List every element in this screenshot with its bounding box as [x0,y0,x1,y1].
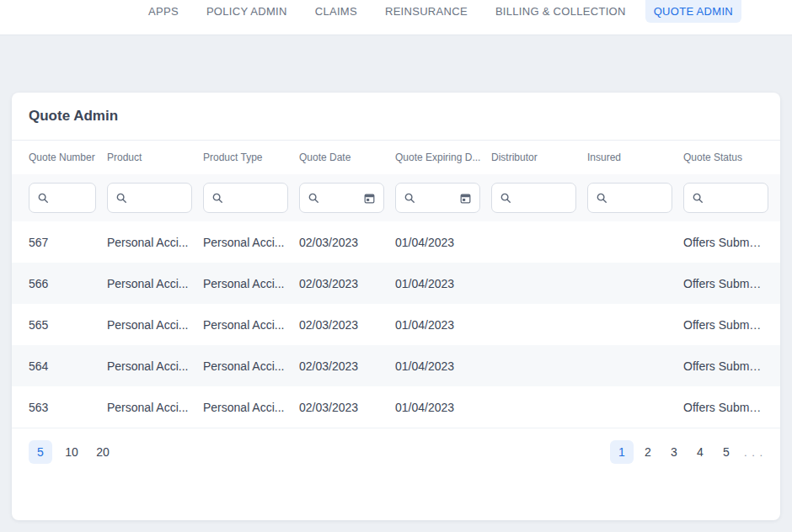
cell-quote-date: 02/03/2023 [299,401,395,414]
page-3-button[interactable]: 3 [662,440,686,464]
nav-item-policy-admin[interactable]: POLICY ADMIN [198,0,296,23]
cell-quote-expiring-date: 01/04/2023 [395,359,491,373]
table-filter-row [12,174,780,221]
filter-input-quote-status[interactable] [709,192,760,205]
column-header-quote-number[interactable]: Quote Number [29,152,107,163]
nav-item-reinsurance[interactable]: REINSURANCE [377,0,476,23]
cell-quote-number: 566 [29,277,107,290]
filter-input-product-type[interactable] [228,192,280,205]
nav-item-claims[interactable]: CLAIMS [307,0,366,23]
table-row[interactable]: 566 Personal Acci... Personal Acci... 02… [12,263,780,304]
column-header-distributor[interactable]: Distributor [491,152,587,163]
cell-quote-date: 02/03/2023 [299,359,395,373]
filter-input-distributor[interactable] [516,192,568,205]
pagination-bar: 5 10 20 1 2 3 4 5 . . . [12,428,780,476]
column-header-product-type[interactable]: Product Type [203,152,299,163]
cell-product-type: Personal Acci... [203,277,299,290]
cell-quote-number: 567 [29,236,107,249]
column-header-quote-expiring-date[interactable]: Quote Expiring D... [395,152,491,163]
table-row[interactable]: 567 Personal Acci... Personal Acci... 02… [12,221,780,263]
cell-quote-status: Offers Submit... [683,236,768,249]
page-5-button[interactable]: 5 [714,440,738,464]
filter-product[interactable] [107,183,192,213]
filter-product-type[interactable] [203,183,288,213]
page-1-button[interactable]: 1 [610,440,634,464]
search-icon [37,192,49,204]
filter-input-product[interactable] [132,192,184,205]
search-icon [500,192,511,204]
cell-quote-number: 565 [29,318,107,332]
cell-quote-number: 564 [29,359,107,373]
cell-quote-expiring-date: 01/04/2023 [395,236,491,249]
cell-quote-expiring-date: 01/04/2023 [395,318,491,332]
page-selector: 1 2 3 4 5 . . . [610,440,767,464]
search-icon [211,192,223,204]
page-size-5-button[interactable]: 5 [29,440,52,464]
top-navigation-bar: APPS POLICY ADMIN CLAIMS REINSURANCE BIL… [0,0,792,35]
filter-quote-number[interactable] [29,183,96,213]
cell-product: Personal Acci... [107,318,203,332]
pages-ellipsis: . . . [741,440,767,464]
cell-product-type: Personal Acci... [203,401,299,414]
cell-product: Personal Acci... [107,236,203,249]
nav-item-quote-admin[interactable]: QUOTE ADMIN [645,0,741,23]
filter-input-quote-expiring-date[interactable] [420,192,454,205]
table-header-row: Quote Number Product Product Type Quote … [12,141,780,174]
cell-quote-expiring-date: 01/04/2023 [395,401,491,414]
cell-quote-date: 02/03/2023 [299,277,395,290]
main-nav: APPS POLICY ADMIN CLAIMS REINSURANCE BIL… [140,0,741,23]
column-header-product[interactable]: Product [107,152,203,163]
search-icon [404,192,415,204]
cell-product-type: Personal Acci... [203,236,299,249]
page-title: Quote Admin [12,93,780,141]
search-icon [596,192,607,204]
cell-quote-number: 563 [29,401,107,414]
column-header-quote-date[interactable]: Quote Date [299,152,395,163]
column-header-insured[interactable]: Insured [587,152,683,163]
cell-product-type: Personal Acci... [203,359,299,373]
page-2-button[interactable]: 2 [636,440,660,464]
cell-product: Personal Acci... [107,277,203,290]
calendar-icon[interactable] [459,192,472,205]
cell-quote-expiring-date: 01/04/2023 [395,277,491,290]
search-icon [692,192,704,204]
filter-distributor[interactable] [491,183,576,213]
page-size-10-button[interactable]: 10 [60,440,83,464]
filter-insured[interactable] [587,183,672,213]
nav-item-billing-collection[interactable]: BILLING & COLLECTION [487,0,634,23]
table-row[interactable]: 563 Personal Acci... Personal Acci... 02… [12,386,780,428]
cell-quote-status: Offers Submit... [683,318,768,332]
filter-input-quote-date[interactable] [324,192,358,205]
cell-quote-date: 02/03/2023 [299,318,395,332]
cell-product-type: Personal Acci... [203,318,299,332]
quote-admin-card: Quote Admin Quote Number Product Product… [12,93,780,520]
filter-input-insured[interactable] [613,192,664,205]
main-content: Quote Admin Quote Number Product Product… [0,35,792,520]
page-size-selector: 5 10 20 [29,440,115,464]
calendar-icon[interactable] [363,192,376,205]
cell-quote-status: Offers Submit... [683,401,768,414]
filter-quote-expiring-date[interactable] [395,183,480,213]
nav-item-apps[interactable]: APPS [140,0,187,23]
cell-quote-date: 02/03/2023 [299,236,395,249]
table-row[interactable]: 565 Personal Acci... Personal Acci... 02… [12,304,780,345]
page-size-20-button[interactable]: 20 [91,440,115,464]
cell-quote-status: Offers Submit... [683,359,768,373]
search-icon [308,192,319,204]
filter-quote-date[interactable] [299,183,384,213]
page-4-button[interactable]: 4 [688,440,712,464]
cell-quote-status: Offers Submit... [683,277,768,290]
cell-product: Personal Acci... [107,359,203,373]
filter-quote-status[interactable] [683,183,768,213]
filter-input-quote-number[interactable] [54,192,88,205]
cell-product: Personal Acci... [107,401,203,414]
search-icon [115,192,127,204]
column-header-quote-status[interactable]: Quote Status [683,152,768,163]
table-row[interactable]: 564 Personal Acci... Personal Acci... 02… [12,345,780,386]
